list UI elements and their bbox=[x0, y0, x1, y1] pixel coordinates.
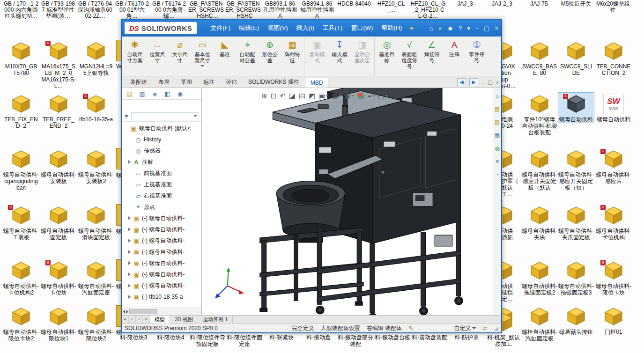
expand-arrow-icon[interactable] bbox=[128, 194, 133, 198]
feature-tree-item[interactable]: ⌖ 原点 bbox=[122, 201, 201, 213]
document-tab[interactable]: 运动算例 1 bbox=[198, 316, 233, 324]
menu-item[interactable]: 文件(F) bbox=[206, 22, 235, 34]
ribbon-button[interactable]: ◣ 基准 bbox=[214, 37, 236, 76]
help-dropdown-icon[interactable]: ▾ bbox=[467, 25, 470, 32]
doc-close-button[interactable]: × bbox=[496, 80, 499, 85]
configurationmanager-tab[interactable]: ◈ bbox=[148, 90, 161, 97]
feature-tree-item[interactable]: ◷ History bbox=[122, 134, 201, 145]
custom-properties-icon[interactable]: ≡ bbox=[496, 158, 499, 165]
command-tab[interactable]: 布局 bbox=[153, 76, 175, 88]
hide-show-items-icon[interactable]: ◉ bbox=[345, 92, 354, 100]
command-tab[interactable]: 标注 bbox=[198, 76, 220, 88]
appearances-icon[interactable]: ◍ bbox=[495, 145, 499, 152]
large-assembly-settings-label[interactable]: 大型装配体设置 bbox=[321, 324, 360, 332]
tag-icon[interactable]: ▱ bbox=[482, 325, 487, 331]
view-orientation-icon[interactable]: ▣ bbox=[318, 92, 328, 100]
expand-arrow-icon[interactable] bbox=[128, 160, 131, 164]
maximize-button[interactable]: ▢ bbox=[484, 25, 489, 32]
feature-tree-item[interactable]: ▣ (-) 螺母自动供料- bbox=[122, 257, 201, 269]
command-tab[interactable]: MBD bbox=[305, 78, 329, 88]
expand-arrow-icon[interactable] bbox=[128, 171, 133, 176]
design-library-icon[interactable]: ▤ bbox=[495, 106, 500, 112]
ribbon-button[interactable]: ↧ 输入模式 bbox=[328, 37, 351, 76]
menu-item[interactable]: 帮助(H) bbox=[377, 22, 406, 34]
ribbon-button[interactable]: ⌀ 大小尺寸 bbox=[169, 37, 191, 76]
ribbon-button[interactable]: ① 零件序号 bbox=[466, 37, 488, 76]
previous-view-icon[interactable]: ↶ bbox=[280, 92, 286, 100]
close-button[interactable]: × bbox=[495, 25, 498, 32]
ribbon-button[interactable]: ▣ 复制模式 bbox=[304, 37, 328, 76]
ribbon-button[interactable]: ⊕ 形位公差 bbox=[259, 37, 281, 76]
scrollbar-thumb[interactable] bbox=[129, 309, 157, 314]
expand-arrow-icon[interactable] bbox=[128, 250, 131, 254]
expand-arrow-icon[interactable] bbox=[124, 126, 128, 131]
zoom-fit-icon[interactable]: ⊕ bbox=[261, 92, 267, 100]
section-view-icon[interactable]: ◪ bbox=[289, 92, 296, 100]
ribbon-button[interactable]: ◨ 显示公差状态 bbox=[351, 37, 373, 76]
command-tab[interactable]: SOLIDWORKS 插件 bbox=[243, 76, 305, 88]
ribbon-button[interactable]: ▦ 阵列特征 bbox=[281, 37, 303, 76]
ribbon-button[interactable]: ↔ 位置尺寸 bbox=[146, 37, 169, 76]
expand-arrow-icon[interactable] bbox=[128, 239, 131, 243]
tree-filter-input[interactable] bbox=[131, 112, 199, 120]
minimize-button[interactable]: – bbox=[475, 25, 479, 32]
assembly-3d-model[interactable] bbox=[202, 88, 493, 315]
doc-minimize-button[interactable]: – bbox=[481, 80, 484, 85]
expand-arrow-icon[interactable] bbox=[128, 149, 133, 153]
command-tab[interactable]: 装配体 bbox=[125, 76, 153, 88]
doc-nav-arrow-icon[interactable]: › bbox=[136, 316, 143, 324]
ribbon-button[interactable]: ⌖ 自动配对公差 bbox=[236, 37, 259, 76]
feature-tree-item[interactable]: ▱ 右视基准面 bbox=[122, 190, 201, 201]
ribbon-button[interactable]: ✱ 自动尺寸方案 bbox=[124, 37, 146, 76]
menu-item[interactable]: 编辑(E) bbox=[235, 22, 263, 34]
expand-arrow-icon[interactable] bbox=[128, 284, 131, 287]
feature-tree-item[interactable]: ▱ 上视基准面 bbox=[122, 179, 201, 190]
3d-drawing-view-icon[interactable]: ◩ bbox=[309, 92, 315, 100]
feature-tree-item[interactable]: ▣ 螺母自动供料 (默认< bbox=[122, 123, 201, 134]
expand-arrow-icon[interactable] bbox=[128, 205, 133, 209]
panel-horizontal-scrollbar[interactable] bbox=[122, 308, 201, 315]
pin-menu-icon[interactable]: ✦ bbox=[409, 25, 414, 32]
display-style-icon[interactable]: ◍ bbox=[332, 92, 341, 100]
doc-nav-arrow-icon[interactable]: ‹ bbox=[129, 316, 136, 324]
ribbon-button[interactable]: ∠ 焊接符号 bbox=[421, 37, 443, 76]
menu-item[interactable]: 工具(T) bbox=[318, 22, 347, 34]
feature-tree-item[interactable]: ▣ (-) 螺母自动供料- bbox=[122, 235, 201, 246]
document-tab[interactable]: 3D 视图 bbox=[170, 316, 198, 324]
forward-button[interactable]: ▶ bbox=[469, 78, 478, 86]
expand-arrow-icon[interactable] bbox=[128, 216, 131, 220]
customize-dropdown[interactable]: 自定义 bbox=[454, 324, 476, 332]
feature-tree-item[interactable]: ▣ (-) 螺母自动供料- bbox=[122, 280, 201, 291]
dimxpertmanager-tab[interactable]: ◧ bbox=[161, 90, 174, 97]
expand-arrow-icon[interactable] bbox=[128, 261, 131, 265]
expand-arrow-icon[interactable] bbox=[128, 138, 133, 142]
edit-appearance-icon[interactable] bbox=[357, 93, 364, 99]
expand-arrow-icon[interactable] bbox=[128, 295, 131, 299]
displaymanager-tab[interactable]: ◉ bbox=[174, 90, 186, 97]
command-tab[interactable]: 草图 bbox=[175, 76, 198, 88]
apply-scene-icon[interactable]: ◓ bbox=[367, 92, 375, 100]
menu-item[interactable]: 视图(V) bbox=[263, 22, 292, 34]
ribbon-button[interactable]: ◎ 基准目标 bbox=[374, 37, 398, 76]
feature-tree-item[interactable]: ▣ (-) 螺母自动供料- bbox=[122, 246, 201, 257]
back-button[interactable]: ◀ bbox=[457, 78, 466, 86]
feature-tree-item[interactable]: A 注解 bbox=[122, 156, 201, 168]
menu-item[interactable]: 插入(I) bbox=[292, 22, 318, 34]
feature-tree-item[interactable]: ▱ 前视基准面 bbox=[122, 168, 201, 179]
feature-tree-item[interactable]: ▣ (-) 螺母自动供料- bbox=[122, 213, 201, 224]
menu-item[interactable]: 窗口(W) bbox=[347, 22, 377, 34]
graphics-viewport[interactable]: ⊕ ⊡ ↶ ◪ ▤ bbox=[202, 88, 493, 315]
command-tab[interactable]: 评估 bbox=[220, 76, 243, 88]
user-account-icon[interactable]: ☻ bbox=[447, 25, 453, 32]
ribbon-button[interactable]: ▭ 基本位置尺寸 bbox=[191, 37, 214, 76]
expand-arrow-icon[interactable] bbox=[128, 228, 131, 231]
view-palette-icon[interactable]: ▦ bbox=[495, 132, 500, 139]
scroll-right-icon[interactable] bbox=[126, 310, 128, 314]
feature-tree-item[interactable]: ▣ (-) 螺母自动供料- bbox=[122, 269, 201, 280]
scroll-left-icon[interactable] bbox=[123, 310, 125, 314]
resize-grip-icon[interactable]: ◢ bbox=[495, 325, 498, 331]
view-settings-icon[interactable]: ▢ bbox=[378, 92, 388, 100]
expand-arrow-icon[interactable] bbox=[128, 183, 133, 187]
featuremanager-tab[interactable]: ▤ bbox=[123, 90, 136, 97]
forum-icon[interactable]: ◔ bbox=[496, 171, 499, 178]
